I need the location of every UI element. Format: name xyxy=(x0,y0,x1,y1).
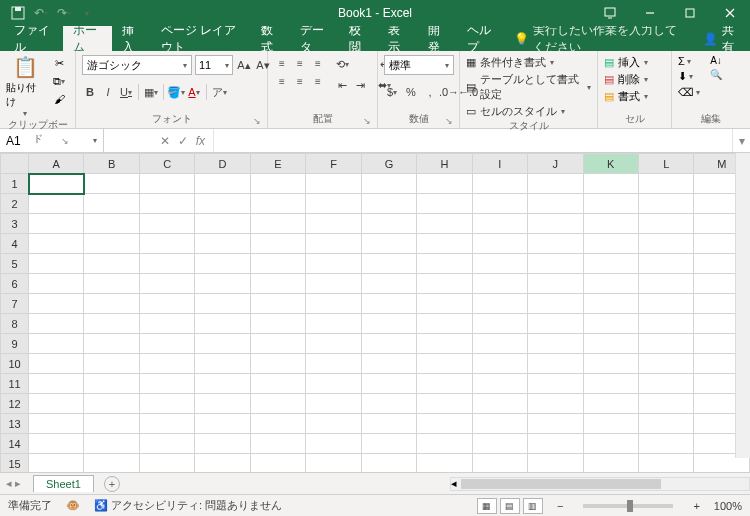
cell-J14[interactable] xyxy=(528,434,583,454)
cell-A12[interactable] xyxy=(29,394,84,414)
cell-K15[interactable] xyxy=(583,454,638,473)
cell-B2[interactable] xyxy=(84,194,139,214)
cell-C10[interactable] xyxy=(139,354,194,374)
cell-J12[interactable] xyxy=(528,394,583,414)
col-header-E[interactable]: E xyxy=(250,154,305,174)
cell-I5[interactable] xyxy=(472,254,527,274)
cell-J5[interactable] xyxy=(528,254,583,274)
font-size-combo[interactable]: 11▾ xyxy=(195,55,233,75)
page-break-view-button[interactable]: ▥ xyxy=(523,498,543,514)
cell-C4[interactable] xyxy=(139,234,194,254)
format-cells-button[interactable]: ▤書式▾ xyxy=(604,89,648,104)
cell-K7[interactable] xyxy=(583,294,638,314)
cell-D3[interactable] xyxy=(195,214,250,234)
cell-H8[interactable] xyxy=(417,314,472,334)
cell-K13[interactable] xyxy=(583,414,638,434)
cell-K14[interactable] xyxy=(583,434,638,454)
cell-A5[interactable] xyxy=(29,254,84,274)
cell-E1[interactable] xyxy=(250,174,305,194)
cell-I10[interactable] xyxy=(472,354,527,374)
cell-I9[interactable] xyxy=(472,334,527,354)
cell-G1[interactable] xyxy=(361,174,416,194)
cell-E7[interactable] xyxy=(250,294,305,314)
cell-G8[interactable] xyxy=(361,314,416,334)
cell-F12[interactable] xyxy=(306,394,361,414)
align-left[interactable]: ≡ xyxy=(274,73,290,89)
tab-home[interactable]: ホーム xyxy=(63,26,112,51)
cell-B7[interactable] xyxy=(84,294,139,314)
cell-D15[interactable] xyxy=(195,454,250,473)
minimize-button[interactable] xyxy=(630,0,670,26)
zoom-level[interactable]: 100% xyxy=(714,500,742,512)
cell-I2[interactable] xyxy=(472,194,527,214)
align-center[interactable]: ≡ xyxy=(292,73,308,89)
cell-J8[interactable] xyxy=(528,314,583,334)
row-header-9[interactable]: 9 xyxy=(1,334,29,354)
redo-button[interactable]: ↷▾ xyxy=(54,3,74,23)
border-button[interactable]: ▦▾ xyxy=(143,83,159,101)
cell-L11[interactable] xyxy=(638,374,693,394)
row-header-8[interactable]: 8 xyxy=(1,314,29,334)
col-header-K[interactable]: K xyxy=(583,154,638,174)
cell-M10[interactable] xyxy=(694,354,750,374)
maximize-button[interactable] xyxy=(670,0,710,26)
cell-L7[interactable] xyxy=(638,294,693,314)
cell-I7[interactable] xyxy=(472,294,527,314)
align-top[interactable]: ≡ xyxy=(274,55,290,71)
cell-F5[interactable] xyxy=(306,254,361,274)
cell-A2[interactable] xyxy=(29,194,84,214)
cell-A13[interactable] xyxy=(29,414,84,434)
cell-M6[interactable] xyxy=(694,274,750,294)
cell-I15[interactable] xyxy=(472,454,527,473)
cell-A3[interactable] xyxy=(29,214,84,234)
cell-E6[interactable] xyxy=(250,274,305,294)
cell-K12[interactable] xyxy=(583,394,638,414)
cell-D1[interactable] xyxy=(195,174,250,194)
cell-G9[interactable] xyxy=(361,334,416,354)
cell-C8[interactable] xyxy=(139,314,194,334)
cell-J13[interactable] xyxy=(528,414,583,434)
cell-F9[interactable] xyxy=(306,334,361,354)
cell-I12[interactable] xyxy=(472,394,527,414)
clipboard-dialog-launcher[interactable]: ↘ xyxy=(61,136,69,146)
phonetic-button[interactable]: ア▾ xyxy=(211,83,227,101)
tab-view[interactable]: 表示 xyxy=(378,26,417,51)
cell-K10[interactable] xyxy=(583,354,638,374)
copy-button[interactable]: ⧉▾ xyxy=(50,73,68,89)
cell-L9[interactable] xyxy=(638,334,693,354)
cell-F8[interactable] xyxy=(306,314,361,334)
select-all-corner[interactable] xyxy=(1,154,29,174)
cell-G7[interactable] xyxy=(361,294,416,314)
cell-J1[interactable] xyxy=(528,174,583,194)
cell-K8[interactable] xyxy=(583,314,638,334)
alignment-dialog-launcher[interactable]: ↘ xyxy=(363,116,371,126)
normal-view-button[interactable]: ▦ xyxy=(477,498,497,514)
cell-K1[interactable] xyxy=(583,174,638,194)
cell-C6[interactable] xyxy=(139,274,194,294)
new-sheet-button[interactable]: + xyxy=(104,476,120,492)
row-header-6[interactable]: 6 xyxy=(1,274,29,294)
cell-K3[interactable] xyxy=(583,214,638,234)
cell-B9[interactable] xyxy=(84,334,139,354)
cell-A15[interactable] xyxy=(29,454,84,473)
paste-dropdown[interactable]: ▾ xyxy=(23,109,27,118)
cell-H2[interactable] xyxy=(417,194,472,214)
col-header-C[interactable]: C xyxy=(139,154,194,174)
cell-D13[interactable] xyxy=(195,414,250,434)
zoom-slider[interactable] xyxy=(583,504,673,508)
cell-I11[interactable] xyxy=(472,374,527,394)
row-header-14[interactable]: 14 xyxy=(1,434,29,454)
cell-M14[interactable] xyxy=(694,434,750,454)
cell-G4[interactable] xyxy=(361,234,416,254)
cell-D12[interactable] xyxy=(195,394,250,414)
clear-button[interactable]: ⌫▾ xyxy=(678,86,700,99)
cell-L12[interactable] xyxy=(638,394,693,414)
cell-D11[interactable] xyxy=(195,374,250,394)
cell-L5[interactable] xyxy=(638,254,693,274)
cell-M12[interactable] xyxy=(694,394,750,414)
align-middle[interactable]: ≡ xyxy=(292,55,308,71)
cell-G6[interactable] xyxy=(361,274,416,294)
cell-L13[interactable] xyxy=(638,414,693,434)
cell-B11[interactable] xyxy=(84,374,139,394)
cell-B3[interactable] xyxy=(84,214,139,234)
